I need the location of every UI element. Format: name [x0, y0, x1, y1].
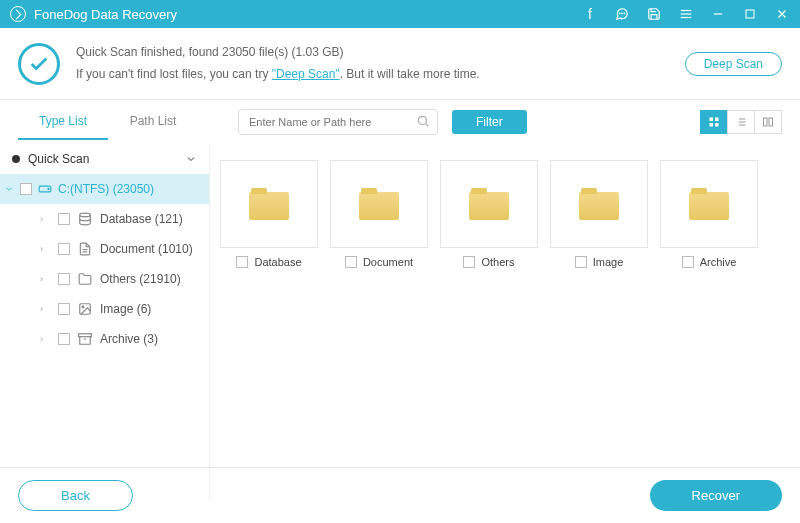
folder-checkbox[interactable]	[236, 256, 248, 268]
sidebar: Quick Scan C:(NTFS) (23050) › Database (…	[0, 144, 210, 500]
sidebar-item-document[interactable]: › Document (1010)	[0, 234, 209, 264]
view-detail-icon[interactable]	[754, 110, 782, 134]
folder-icon	[78, 272, 92, 286]
save-icon[interactable]	[646, 6, 662, 22]
svg-rect-12	[710, 118, 714, 122]
sidebar-item-label: Database (121)	[100, 212, 183, 226]
sidebar-item-label: Image (6)	[100, 302, 151, 316]
scan-message: Quick Scan finished, found 23050 file(s)…	[76, 42, 685, 85]
sidebar-drive[interactable]: C:(NTFS) (23050)	[0, 174, 209, 204]
chevron-down-icon	[4, 184, 14, 194]
minimize-icon[interactable]	[710, 6, 726, 22]
svg-line-11	[426, 124, 429, 127]
folder-label: Document	[363, 256, 413, 268]
chevron-right-icon: ›	[40, 214, 50, 224]
footer: Back Recover	[0, 467, 800, 523]
feedback-icon[interactable]	[614, 6, 630, 22]
folder-icon	[689, 188, 729, 220]
search-wrapper	[238, 109, 438, 135]
app-logo-icon	[10, 6, 26, 22]
svg-point-1	[622, 13, 623, 14]
content-grid: Database Document Others Image Archive	[210, 144, 800, 500]
recover-button[interactable]: Recover	[650, 480, 782, 511]
bullet-icon	[12, 155, 20, 163]
menu-icon[interactable]	[678, 6, 694, 22]
folder-document[interactable]: Document	[330, 160, 428, 268]
sidebar-item-archive[interactable]: › Archive (3)	[0, 324, 209, 354]
folder-label: Database	[254, 256, 301, 268]
back-button[interactable]: Back	[18, 480, 133, 511]
item-checkbox[interactable]	[58, 213, 70, 225]
tab-path-list[interactable]: Path List	[108, 104, 198, 140]
svg-point-0	[619, 13, 620, 14]
folder-database[interactable]: Database	[220, 160, 318, 268]
svg-point-25	[48, 189, 49, 190]
svg-rect-7	[746, 10, 754, 18]
close-icon[interactable]	[774, 6, 790, 22]
svg-point-30	[82, 306, 84, 308]
search-input[interactable]	[238, 109, 438, 135]
scan-complete-icon	[18, 43, 60, 85]
view-list-icon[interactable]	[727, 110, 755, 134]
sidebar-group-label: Quick Scan	[28, 152, 89, 166]
deep-scan-link[interactable]: "Deep Scan"	[272, 67, 340, 81]
deep-scan-button[interactable]: Deep Scan	[685, 52, 782, 76]
archive-icon	[78, 332, 92, 346]
folder-thumbnail	[660, 160, 758, 248]
drive-checkbox[interactable]	[20, 183, 32, 195]
folder-checkbox[interactable]	[463, 256, 475, 268]
window-controls: f	[582, 6, 790, 22]
folder-label: Others	[481, 256, 514, 268]
app-title: FoneDog Data Recovery	[34, 7, 582, 22]
sidebar-drive-label: C:(NTFS) (23050)	[58, 182, 154, 196]
svg-rect-15	[715, 123, 719, 127]
maximize-icon[interactable]	[742, 6, 758, 22]
folder-thumbnail	[550, 160, 648, 248]
folder-checkbox[interactable]	[345, 256, 357, 268]
folder-icon	[249, 188, 289, 220]
sidebar-item-database[interactable]: › Database (121)	[0, 204, 209, 234]
svg-rect-13	[715, 118, 719, 122]
scan-status-bar: Quick Scan finished, found 23050 file(s)…	[0, 28, 800, 100]
folder-label: Image	[593, 256, 624, 268]
chevron-right-icon: ›	[40, 304, 50, 314]
chevron-down-icon	[185, 153, 197, 165]
item-checkbox[interactable]	[58, 333, 70, 345]
folder-icon	[469, 188, 509, 220]
svg-point-26	[80, 213, 91, 217]
scan-hint-prefix: If you can't find lost files, you can tr…	[76, 67, 272, 81]
folder-thumbnail	[220, 160, 318, 248]
database-icon	[78, 212, 92, 226]
scan-result-text: Quick Scan finished, found 23050 file(s)…	[76, 42, 685, 64]
chevron-right-icon: ›	[40, 244, 50, 254]
folder-checkbox[interactable]	[682, 256, 694, 268]
sidebar-item-others[interactable]: › Others (21910)	[0, 264, 209, 294]
folder-label: Archive	[700, 256, 737, 268]
toolbar: Type List Path List Filter	[0, 100, 800, 144]
folder-thumbnail	[330, 160, 428, 248]
item-checkbox[interactable]	[58, 273, 70, 285]
folder-checkbox[interactable]	[575, 256, 587, 268]
folder-icon	[579, 188, 619, 220]
folder-image[interactable]: Image	[550, 160, 648, 268]
sidebar-item-label: Archive (3)	[100, 332, 158, 346]
sidebar-item-label: Others (21910)	[100, 272, 181, 286]
document-icon	[78, 242, 92, 256]
list-tabs: Type List Path List	[18, 104, 198, 140]
view-grid-icon[interactable]	[700, 110, 728, 134]
svg-rect-31	[79, 334, 92, 337]
facebook-icon[interactable]: f	[582, 6, 598, 22]
scan-hint-suffix: . But it will take more time.	[340, 67, 480, 81]
sidebar-group-quick-scan[interactable]: Quick Scan	[0, 144, 209, 174]
tab-type-list[interactable]: Type List	[18, 104, 108, 140]
item-checkbox[interactable]	[58, 243, 70, 255]
sidebar-item-image[interactable]: › Image (6)	[0, 294, 209, 324]
title-bar: FoneDog Data Recovery f	[0, 0, 800, 28]
filter-button[interactable]: Filter	[452, 110, 527, 134]
folder-others[interactable]: Others	[440, 160, 538, 268]
sidebar-item-label: Document (1010)	[100, 242, 193, 256]
item-checkbox[interactable]	[58, 303, 70, 315]
svg-point-10	[418, 117, 426, 125]
search-icon[interactable]	[416, 114, 430, 128]
folder-archive[interactable]: Archive	[660, 160, 758, 268]
